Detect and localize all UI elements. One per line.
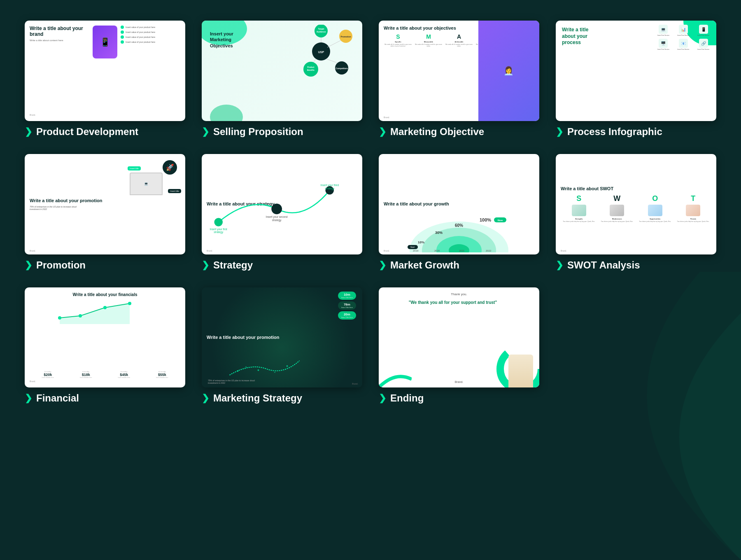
svg-text:Competitors: Competitors <box>336 67 348 70</box>
selling-blob2 <box>210 105 243 121</box>
arrow-icon-swot: ❯ <box>556 260 563 271</box>
financial-brand: Brand. <box>30 380 36 383</box>
info-dot-1 <box>121 26 124 29</box>
fin-val-3: 9 months $45k Insert Subtitle here <box>106 371 142 378</box>
promo-title: Write a title about your promotion <box>30 198 102 203</box>
arrow-icon-ending: ❯ <box>379 393 386 404</box>
smart-letter-s: S <box>396 33 400 40</box>
slide-card-marketing-objective[interactable]: Write a title about your objectives S Sp… <box>379 21 539 138</box>
selling-title: Insert your Marketing Objectives <box>210 31 243 49</box>
slide-card-promotion[interactable]: Write a title about your promotion 75% o… <box>25 154 185 271</box>
slide-name-process: Process Infographic <box>567 126 662 138</box>
info-dot-3 <box>121 35 124 39</box>
process-icon-6: 🔗 Insert First Service <box>694 39 712 50</box>
slide-card-financial[interactable]: Write a title about your financials 3 mo… <box>25 287 185 404</box>
slide-preview-marketing-strategy[interactable]: Write a title about your promotion 75% o… <box>202 287 362 388</box>
slide-preview-market-growth[interactable]: Write a title about your growth 2019 202… <box>379 154 539 254</box>
mkt-bubbles: 10m Insert Title Here 78m Insert Title H… <box>338 292 356 320</box>
swot-t: T Threats Two driven jocks help fax my b… <box>675 194 712 222</box>
promo-brand: Brand. <box>30 250 36 252</box>
ending-curve-svg <box>379 371 412 387</box>
slide-name-swot: SWOT Analysis <box>567 259 640 271</box>
svg-text:Target: Target <box>318 28 324 30</box>
arrow-icon-selling: ❯ <box>202 126 209 137</box>
smart-name-s: Specific <box>395 41 401 43</box>
pd-subtitle: Write a title about content here <box>30 39 89 42</box>
swot-w: W Weaknesses Two driven jocks help fax m… <box>599 194 636 222</box>
promo-badge-2: Insert title <box>168 189 181 193</box>
smart-a: A Achievable We make all of creative wor… <box>445 33 473 116</box>
slide-card-selling-proposition[interactable]: Insert your Marketing Objectives USP Tar… <box>202 21 362 138</box>
slide-card-product-development[interactable]: Write a title about your brand Write a t… <box>25 21 185 138</box>
financial-chart <box>30 299 180 369</box>
growth-brand: Brand. <box>384 250 390 252</box>
svg-text:2021: 2021 <box>459 250 465 252</box>
slide-preview-strategy[interactable]: Write a title about your strategy Insert… <box>202 154 362 254</box>
process-icon-3: 📱 Insert First Service <box>694 25 712 36</box>
strategy-brand: Brand. <box>207 250 213 252</box>
process-icon-2: 📊 Insert First Service <box>675 25 692 36</box>
slide-preview-marketing-objective[interactable]: Write a title about your objectives S Sp… <box>379 21 539 121</box>
svg-line-13 <box>327 40 341 47</box>
process-icon-1: 💻 Insert First Service <box>655 25 672 36</box>
svg-text:USP: USP <box>318 51 324 54</box>
mkt-bubble-3: 20m Insert Title Here <box>338 311 356 320</box>
rocket-icon: 🚀 <box>163 160 177 175</box>
svg-text:Now: Now <box>498 219 503 222</box>
growth-chart: 2019 2020 2021 2022 10% 30% 60% 100% Now… <box>383 215 535 248</box>
slide-preview-product-development[interactable]: Write a title about your brand Write a t… <box>25 21 185 121</box>
svg-text:2022: 2022 <box>486 250 492 252</box>
promo-quote: 75% of enterprises in the US plan to inc… <box>30 205 79 210</box>
process-title: Write a title about your process <box>562 27 599 46</box>
svg-point-51 <box>287 365 288 367</box>
ending-person-img <box>508 355 533 387</box>
financial-svg <box>30 299 180 324</box>
svg-text:Promotion: Promotion <box>341 35 351 38</box>
slide-name-mo: Marketing Objective <box>390 126 484 138</box>
slide-preview-process[interactable]: Write a title about your process 💻 Inser… <box>556 21 716 121</box>
arrow-icon-mo: ❯ <box>379 126 386 137</box>
slide-card-strategy[interactable]: Write a title about your strategy Insert… <box>202 154 362 271</box>
slide-preview-promotion[interactable]: Write a title about your promotion 75% o… <box>25 154 185 254</box>
mo-title: Write a title about your objectives <box>384 26 456 31</box>
mkt-world-dots <box>208 359 325 379</box>
slide-preview-swot[interactable]: Write a title about SWOT S Strengths Two… <box>556 154 716 254</box>
selling-svg: USP Target Audience Promotion Product Be… <box>288 25 354 78</box>
slide-card-process-infographic[interactable]: Write a title about your process 💻 Inser… <box>556 21 716 138</box>
swot-t-letter: T <box>691 194 695 203</box>
arrow-icon-financial: ❯ <box>25 393 32 404</box>
swot-s-letter: S <box>576 194 581 203</box>
slide-card-ending[interactable]: Thank you. "We thank you all for your su… <box>379 287 539 404</box>
mo-photo: 👩‍💼 <box>478 21 539 121</box>
svg-text:Benefits: Benefits <box>307 69 315 71</box>
slide-card-market-growth[interactable]: Write a title about your growth 2019 202… <box>379 154 539 271</box>
mkt-bubble-label-3: Insert Title Here <box>341 316 353 318</box>
arrow-icon-promotion: ❯ <box>25 260 32 271</box>
swot-grid: S Strengths Two driven jocks help fax my… <box>561 194 711 222</box>
slide-card-marketing-strategy[interactable]: Write a title about your promotion 75% o… <box>202 287 362 404</box>
person-icon: 👩‍💼 <box>503 66 514 76</box>
slide-preview-ending[interactable]: Thank you. "We thank you all for your su… <box>379 287 539 388</box>
slide-name-selling: Selling Proposition <box>213 126 303 138</box>
svg-text:Start: Start <box>410 246 415 248</box>
slide-preview-selling[interactable]: Insert your Marketing Objectives USP Tar… <box>202 21 362 121</box>
slide-name-mkt-strategy: Marketing Strategy <box>213 392 302 404</box>
slide-card-swot[interactable]: Write a title about SWOT S Strengths Two… <box>556 154 716 271</box>
process-icons-grid: 💻 Insert First Service 📊 Insert First Se… <box>655 25 712 50</box>
info-dot-2 <box>121 30 124 34</box>
slide-label-market-growth: ❯ Market Growth <box>379 259 539 271</box>
empty-cell <box>556 287 716 404</box>
process-icon-5: 📧 Insert First Service <box>675 39 692 50</box>
slide-preview-financial[interactable]: Write a title about your financials 3 mo… <box>25 287 185 388</box>
smart-s: S Specific We make all of creative work … <box>384 33 412 116</box>
svg-text:strategy: strategy <box>214 231 224 234</box>
promo-illustration: 💻 🚀 Insert title Insert title <box>128 158 181 199</box>
svg-point-50 <box>274 372 275 373</box>
pd-phone-mockup: 📱 <box>93 26 117 58</box>
swot-o: O Opportunities Two driven jocks help fa… <box>637 194 673 222</box>
smart-letter-a: A <box>457 33 461 40</box>
swot-s-img <box>572 205 586 216</box>
pd-brand: Brand. <box>30 114 36 116</box>
swot-t-label: Threats <box>690 218 696 220</box>
swot-w-label: Weaknesses <box>612 218 622 220</box>
